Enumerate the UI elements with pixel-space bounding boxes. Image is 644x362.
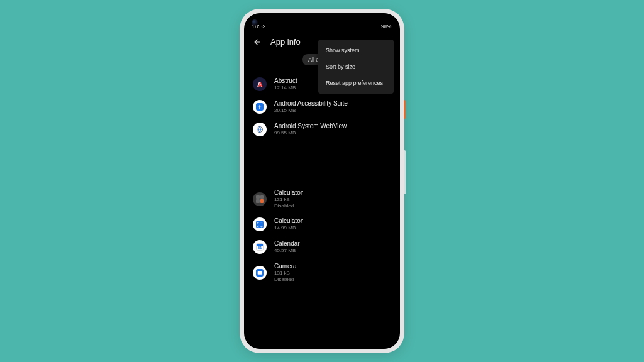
app-size: 12.14 MB <box>274 85 297 91</box>
app-name: Android System WebView <box>274 123 347 130</box>
app-meta: Calendar 45.57 MB <box>274 240 300 254</box>
app-row-camera[interactable]: Camera 131 kB Disabled <box>244 258 400 287</box>
app-size: 99.55 MB <box>274 130 347 136</box>
app-name: Abstruct <box>274 77 297 85</box>
app-icon <box>253 100 267 114</box>
app-status: Disabled <box>274 277 297 283</box>
phone-frame: 18:52 98% <box>240 9 404 353</box>
app-icon <box>253 192 267 206</box>
menu-reset-preferences[interactable]: Reset app preferences <box>318 75 394 91</box>
app-name: Calculator <box>274 217 303 225</box>
status-bar: 18:52 98% <box>244 13 400 31</box>
app-icon: +−×÷ <box>253 217 267 231</box>
app-size: 20.15 MB <box>274 107 348 114</box>
app-size: 131 kB <box>274 197 303 203</box>
app-status: Disabled <box>274 203 303 209</box>
menu-sort-by-size[interactable]: Sort by size <box>318 58 394 75</box>
app-meta: Abstruct 12.14 MB <box>274 77 297 91</box>
volume-button <box>404 150 406 194</box>
app-icon <box>253 123 267 136</box>
overflow-menu: Show system Sort by size Reset app prefe… <box>318 40 394 94</box>
list-gap <box>244 141 400 185</box>
app-row-accessibility[interactable]: Android Accessibility Suite 20.15 MB <box>244 96 400 118</box>
back-button[interactable] <box>253 38 262 47</box>
svg-point-0 <box>259 105 260 106</box>
app-name: Calculator <box>274 189 303 197</box>
app-meta: Calculator 131 kB Disabled <box>274 189 303 209</box>
camera-punch-hole <box>252 19 258 26</box>
app-name: Calendar <box>274 240 300 248</box>
app-icon <box>253 266 267 280</box>
battery-percent: 98% <box>381 23 392 30</box>
app-row-calculator-2[interactable]: +−×÷ Calculator 14.99 MB <box>244 213 400 236</box>
app-size: 45.57 MB <box>274 248 300 254</box>
app-icon: 31 <box>253 240 267 254</box>
app-row-calculator-1[interactable]: Calculator 131 kB Disabled <box>244 185 400 213</box>
app-icon: AA <box>253 77 267 91</box>
page-title: App info <box>270 37 301 47</box>
power-button <box>404 100 406 119</box>
app-name: Android Accessibility Suite <box>274 100 348 107</box>
app-list[interactable]: AA Abstruct 12.14 MB Android Accessibili… <box>244 70 400 289</box>
menu-show-system[interactable]: Show system <box>318 42 394 58</box>
app-size: 131 kB <box>274 270 297 277</box>
app-row-webview[interactable]: Android System WebView 99.55 MB <box>244 118 400 141</box>
app-name: Camera <box>274 263 297 270</box>
app-meta: Camera 131 kB Disabled <box>274 263 297 282</box>
screen: 18:52 98% <box>244 13 400 349</box>
app-meta: Calculator 14.99 MB <box>274 217 303 231</box>
app-row-calendar[interactable]: 31 Calendar 45.57 MB <box>244 236 400 258</box>
status-icons: 98% <box>375 23 392 30</box>
app-size: 14.99 MB <box>274 225 303 231</box>
app-meta: Android System WebView 99.55 MB <box>274 123 347 136</box>
app-meta: Android Accessibility Suite 20.15 MB <box>274 100 348 114</box>
